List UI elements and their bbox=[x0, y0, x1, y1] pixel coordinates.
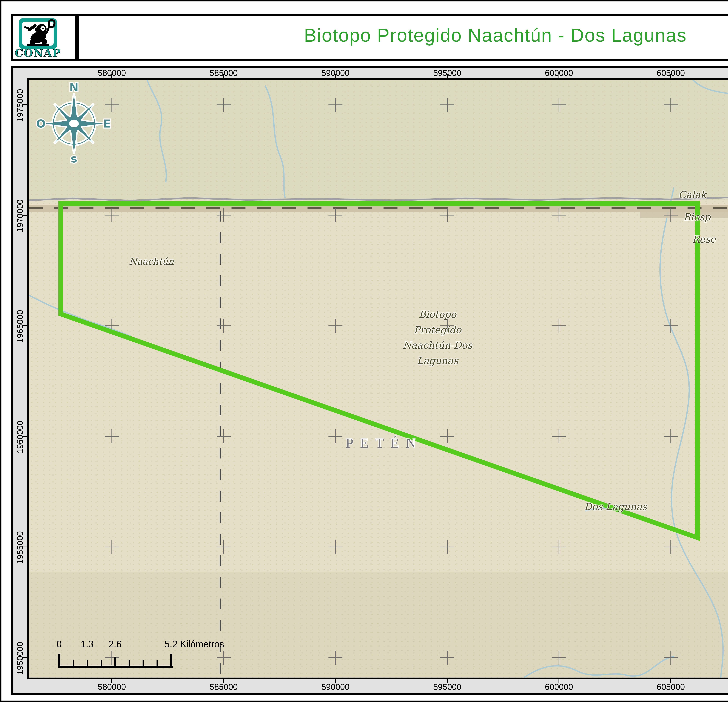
page-title: Biotopo Protegido Naachtún - Dos Lagunas bbox=[0, 25, 728, 46]
x-tick bbox=[111, 74, 112, 78]
scale-tick-label: 5.2 Kilómetros bbox=[165, 639, 224, 649]
x-axis-label-bottom: 580000 bbox=[90, 682, 134, 692]
place-label-dos-lagunas: Dos Lagunas bbox=[584, 501, 647, 512]
north-terrain-tint bbox=[29, 80, 728, 200]
place-label-calakmul-2: Biosp bbox=[683, 212, 711, 223]
map-frame: 580000 585000 590000 595000 600000 60500… bbox=[12, 66, 728, 695]
compass-north-letter: N bbox=[69, 82, 78, 94]
place-label-calakmul-1: Calak bbox=[679, 189, 706, 200]
scale-tick-label: 2.6 bbox=[108, 639, 121, 649]
x-axis-label-bottom: 600000 bbox=[537, 682, 581, 692]
y-axis-label-left: 1950000 bbox=[15, 637, 25, 680]
x-tick bbox=[670, 74, 671, 78]
x-tick bbox=[447, 679, 448, 683]
y-axis-label-left: 1955000 bbox=[15, 526, 25, 569]
y-tick bbox=[22, 436, 27, 437]
x-tick bbox=[223, 679, 224, 683]
x-axis-label-bottom: 590000 bbox=[313, 682, 357, 692]
x-axis-label-bottom: 595000 bbox=[425, 682, 469, 692]
place-label-calakmul-3: Rese bbox=[692, 234, 716, 245]
y-tick bbox=[22, 215, 27, 216]
map-canvas[interactable]: Naachtún Biotopo Protegido Naachtún-Dos … bbox=[27, 78, 728, 679]
y-axis-label-left: 1965000 bbox=[15, 305, 25, 348]
x-tick bbox=[335, 679, 336, 683]
x-tick bbox=[559, 679, 559, 683]
compass-south-letter: s bbox=[71, 153, 77, 164]
x-tick bbox=[447, 74, 448, 78]
y-axis-label-left: 1975000 bbox=[15, 84, 25, 127]
x-axis-label-bottom: 585000 bbox=[202, 682, 246, 692]
y-axis-label-left: 1960000 bbox=[15, 415, 25, 459]
y-tick bbox=[22, 657, 27, 658]
compass-west-letter: O bbox=[36, 117, 46, 130]
compass-rose-icon: N E s O bbox=[36, 82, 112, 164]
scale-bar-ruler bbox=[52, 651, 212, 670]
compass-rose: N E s O bbox=[36, 82, 112, 164]
x-tick bbox=[559, 74, 559, 78]
x-tick bbox=[670, 679, 671, 683]
x-axis-label-bottom: 605000 bbox=[649, 682, 693, 692]
y-tick bbox=[22, 325, 27, 326]
basemap-drawing bbox=[29, 80, 728, 677]
map-layout-page: CONAP DAGeos-210-2026-BS Biotopo Protegi… bbox=[0, 0, 728, 702]
y-tick bbox=[22, 546, 27, 548]
compass-east-letter: E bbox=[103, 117, 111, 130]
x-tick bbox=[223, 74, 224, 78]
protected-area-boundary bbox=[61, 203, 698, 538]
scale-tick-label: 1.3 bbox=[81, 639, 94, 649]
x-tick bbox=[111, 679, 112, 683]
y-axis-label-left: 1970000 bbox=[15, 194, 25, 238]
place-label-naachtun: Naachtún bbox=[129, 256, 174, 267]
x-tick bbox=[335, 74, 336, 78]
scale-bar: 0 1.3 2.6 5.2 Kilómetros bbox=[52, 639, 241, 671]
place-label-biotopo: Biotopo Protegido Naachtún-Dos Lagunas bbox=[403, 307, 472, 369]
scale-tick-label: 0 bbox=[56, 639, 62, 649]
y-tick bbox=[22, 104, 27, 105]
department-label-peten: PETÉN bbox=[346, 435, 423, 451]
conap-wordmark: CONAP bbox=[15, 47, 61, 59]
